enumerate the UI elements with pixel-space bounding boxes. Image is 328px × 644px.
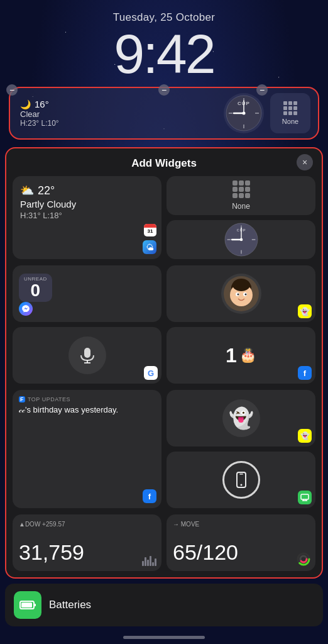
- cup-label-small: CUP: [238, 101, 250, 106]
- lock-time: 9:42: [0, 26, 328, 82]
- none-widget-large-label: None: [232, 202, 250, 211]
- weather-hl-large: H:31° L:18°: [20, 211, 154, 220]
- close-button[interactable]: ×: [297, 154, 313, 170]
- svg-rect-40: [21, 602, 32, 608]
- google-badge: G: [144, 366, 158, 380]
- phone-mirror-widget[interactable]: [167, 452, 315, 508]
- ghost-icon: 👻: [229, 406, 254, 430]
- messenger-badge: [19, 302, 33, 316]
- battery-icon-wrap: [14, 591, 41, 619]
- lock-date: Tuesday, 25 October: [0, 11, 328, 24]
- fb-updates-widget[interactable]: f TOP UPDATES 𝒸𝒸's birthday was yesterda…: [13, 390, 161, 508]
- fb-top-label: f TOP UPDATES: [19, 396, 155, 402]
- svg-point-30: [240, 484, 242, 486]
- memoji-svg: [224, 276, 259, 311]
- panel-header: Add Widgets ×: [6, 148, 322, 176]
- home-indicator: [123, 636, 205, 639]
- none-grid: [283, 101, 297, 115]
- move-value: 65/120: [173, 540, 309, 565]
- svg-point-16: [239, 238, 243, 242]
- birthday-cake-icon: 🎂: [239, 347, 256, 364]
- svg-rect-41: [34, 604, 36, 606]
- partly-cloudy-icon: ⛅: [20, 184, 34, 197]
- svg-point-20: [232, 279, 250, 291]
- messenger-widget[interactable]: UNREAD 0: [13, 265, 161, 322]
- screen-mirror-icon: [300, 493, 309, 502]
- dow-widget[interactable]: ▲DOW +259.57 31,759: [13, 514, 161, 571]
- phone-icon: [232, 471, 250, 489]
- dow-value: 31,759: [19, 540, 155, 565]
- none-widget-label: None: [282, 118, 298, 125]
- weather-app-badge: 🌤: [143, 240, 156, 254]
- fb-icon-small: f: [19, 396, 25, 402]
- weather-hl: H:23° L:10°: [20, 119, 217, 128]
- fb-badge2: f: [143, 489, 156, 503]
- add-widgets-panel: Add Widgets × ⛅ 22° Partly Cloudy H:31° …: [5, 147, 323, 579]
- google-mic-widget[interactable]: G: [13, 327, 161, 384]
- birthday-count: 1: [226, 344, 237, 367]
- memoji-avatar: [221, 274, 261, 314]
- fb-badge-birthday: f: [298, 366, 312, 380]
- green-app-badge: [298, 491, 312, 504]
- snapchat-icon-small: 👻: [300, 431, 310, 440]
- dow-label: ▲DOW +259.57: [19, 521, 155, 528]
- widget-row-1: ⛅ 22° Partly Cloudy H:31° L:18° 🌤 31: [6, 176, 322, 265]
- widget-minus-left[interactable]: −: [6, 84, 18, 96]
- svg-point-24: [244, 294, 246, 296]
- analog-clock-svg: [225, 94, 263, 132]
- memoji-widget[interactable]: 👻: [167, 265, 315, 322]
- phone-mirror-circle: [222, 461, 260, 499]
- svg-rect-31: [301, 494, 309, 499]
- none-widget: None: [270, 93, 310, 133]
- clock-widget-large[interactable]: CUP: [167, 220, 315, 259]
- calendar-badge-r1: 31: [144, 224, 156, 236]
- snapchat-widget[interactable]: 👻 👻: [167, 390, 315, 447]
- clock-widget: CUP: [224, 93, 264, 133]
- battery-icon: [19, 596, 36, 614]
- batteries-label: Batteries: [49, 599, 91, 611]
- widget-row-4: ▲DOW +259.57 31,759 → MOVE 65/120: [6, 514, 322, 577]
- close-icon: ×: [302, 158, 307, 167]
- microphone-icon: [77, 345, 97, 365]
- fb-updates-label: TOP UPDATES: [28, 396, 70, 402]
- weather-temp: 16°: [35, 99, 49, 109]
- none-grid-large: [232, 180, 250, 198]
- none-widget-large[interactable]: None: [167, 176, 315, 215]
- clock-svg-large: CUP: [224, 222, 259, 257]
- svg-point-7: [243, 112, 246, 115]
- panel-title: Add Widgets: [131, 157, 197, 170]
- move-label: → MOVE: [173, 521, 309, 528]
- widget-row-2: UNREAD 0: [6, 265, 322, 390]
- weather-widget: 🌙 16° Clear H:23° L:10°: [18, 99, 217, 128]
- right-col-row1: None CUP: [167, 176, 315, 259]
- snapchat-badge: 👻: [298, 304, 312, 318]
- right-col-row3: 👻 👻: [167, 390, 315, 508]
- birthday-content: 1 🎂: [226, 344, 256, 367]
- snapchat-ghost-circle: 👻: [222, 399, 260, 437]
- widget-bar: − − − 🌙 16° Clear H:23° L:10° CUP: [9, 87, 319, 140]
- moon-icon: 🌙: [20, 99, 31, 109]
- svg-rect-25: [84, 348, 90, 358]
- batteries-bar[interactable]: Batteries: [5, 584, 323, 626]
- weather-condition-large: Partly Cloudy: [20, 199, 154, 209]
- move-widget[interactable]: → MOVE 65/120: [167, 514, 315, 571]
- activity-ring-badge: [297, 552, 310, 566]
- weather-temp-large: 22°: [38, 184, 55, 197]
- unread-badge: UNREAD 0: [19, 274, 52, 302]
- svg-rect-29: [239, 474, 243, 475]
- widget-row-3: f TOP UPDATES 𝒸𝒸's birthday was yesterda…: [6, 390, 322, 514]
- mic-circle: [68, 336, 106, 374]
- snapchat-badge2: 👻: [298, 429, 312, 443]
- widget-minus-center[interactable]: −: [158, 84, 170, 96]
- svg-point-23: [237, 294, 239, 296]
- weather-condition: Clear: [20, 109, 217, 119]
- waveform: [142, 556, 156, 566]
- messenger-icon: [21, 304, 30, 313]
- unread-count: 0: [31, 282, 41, 299]
- weather-large-widget[interactable]: ⛅ 22° Partly Cloudy H:31° L:18° 🌤 31: [13, 176, 161, 259]
- birthday-widget[interactable]: 1 🎂 f: [167, 327, 315, 384]
- fb-update-text: 𝒸𝒸's birthday was yesterday.: [19, 405, 155, 416]
